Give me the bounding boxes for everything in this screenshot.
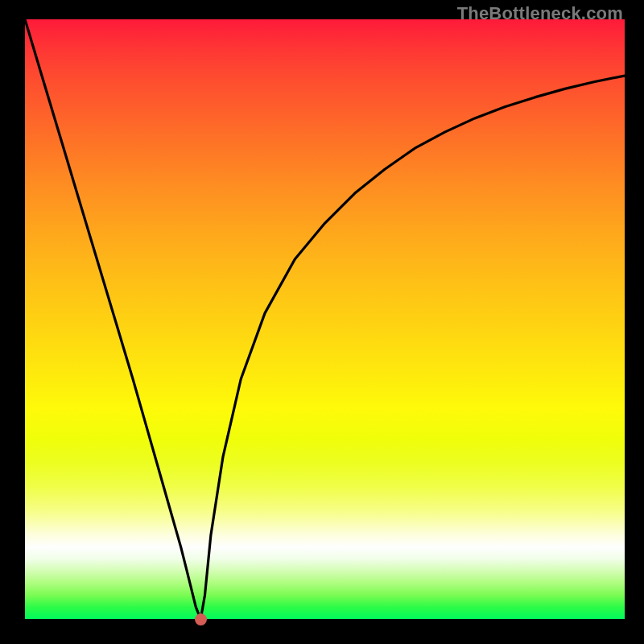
bottleneck-curve [25,19,625,619]
plot-area [25,19,625,619]
curve-path [25,19,625,619]
min-marker-dot [195,613,207,625]
chart-frame: TheBottleneck.com [0,0,644,644]
watermark-text: TheBottleneck.com [457,3,623,24]
